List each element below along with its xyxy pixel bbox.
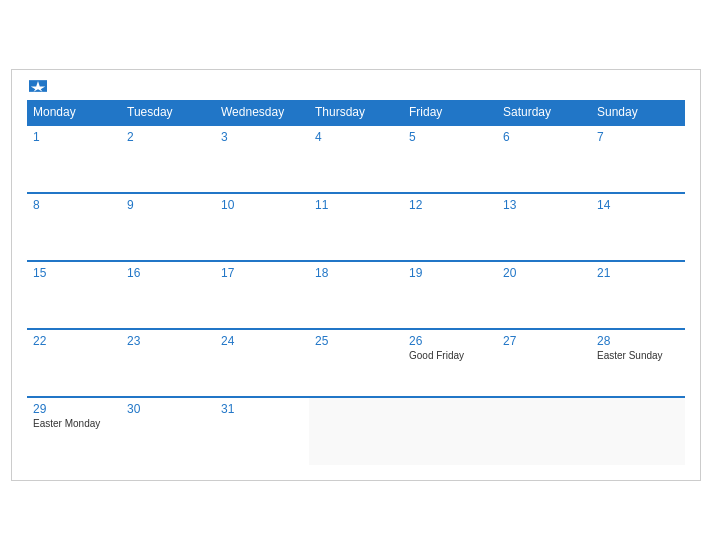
calendar-cell: 13 (497, 193, 591, 261)
calendar-cell: 14 (591, 193, 685, 261)
day-number: 12 (409, 198, 491, 212)
calendar-cell: 22 (27, 329, 121, 397)
calendar-body: 1234567891011121314151617181920212223242… (27, 125, 685, 465)
calendar-cell: 7 (591, 125, 685, 193)
calendar-cell: 3 (215, 125, 309, 193)
weekday-header-saturday: Saturday (497, 100, 591, 125)
day-number: 15 (33, 266, 115, 280)
day-number: 9 (127, 198, 209, 212)
day-number: 8 (33, 198, 115, 212)
calendar-cell: 5 (403, 125, 497, 193)
day-number: 2 (127, 130, 209, 144)
calendar-cell: 30 (121, 397, 215, 465)
day-number: 23 (127, 334, 209, 348)
calendar-cell: 28Easter Sunday (591, 329, 685, 397)
holiday-label: Easter Monday (33, 418, 115, 429)
calendar-cell: 16 (121, 261, 215, 329)
calendar-grid: MondayTuesdayWednesdayThursdayFridaySatu… (27, 100, 685, 465)
day-number: 6 (503, 130, 585, 144)
day-number: 28 (597, 334, 679, 348)
day-number: 11 (315, 198, 397, 212)
calendar-cell: 24 (215, 329, 309, 397)
day-number: 13 (503, 198, 585, 212)
calendar-cell: 12 (403, 193, 497, 261)
weekday-header-friday: Friday (403, 100, 497, 125)
calendar-cell: 6 (497, 125, 591, 193)
day-number: 24 (221, 334, 303, 348)
calendar-cell: 10 (215, 193, 309, 261)
calendar-cell: 19 (403, 261, 497, 329)
calendar-cell: 27 (497, 329, 591, 397)
day-number: 22 (33, 334, 115, 348)
weekday-header-sunday: Sunday (591, 100, 685, 125)
calendar-week-row: 15161718192021 (27, 261, 685, 329)
calendar-cell: 15 (27, 261, 121, 329)
calendar-cell: 25 (309, 329, 403, 397)
day-number: 31 (221, 402, 303, 416)
holiday-label: Easter Sunday (597, 350, 679, 361)
day-number: 19 (409, 266, 491, 280)
day-number: 20 (503, 266, 585, 280)
logo-flag-icon (29, 80, 47, 92)
calendar-cell: 11 (309, 193, 403, 261)
day-number: 14 (597, 198, 679, 212)
calendar-cell: 26Good Friday (403, 329, 497, 397)
day-number: 5 (409, 130, 491, 144)
calendar-cell (309, 397, 403, 465)
weekday-header-row: MondayTuesdayWednesdayThursdayFridaySatu… (27, 100, 685, 125)
day-number: 4 (315, 130, 397, 144)
day-number: 25 (315, 334, 397, 348)
weekday-header-thursday: Thursday (309, 100, 403, 125)
weekday-header-monday: Monday (27, 100, 121, 125)
holiday-label: Good Friday (409, 350, 491, 361)
calendar-cell: 20 (497, 261, 591, 329)
calendar-cell: 4 (309, 125, 403, 193)
day-number: 26 (409, 334, 491, 348)
day-number: 17 (221, 266, 303, 280)
day-number: 10 (221, 198, 303, 212)
calendar-week-row: 2223242526Good Friday2728Easter Sunday (27, 329, 685, 397)
calendar-week-row: 29Easter Monday3031 (27, 397, 685, 465)
calendar-cell: 2 (121, 125, 215, 193)
calendar-week-row: 1234567 (27, 125, 685, 193)
calendar-week-row: 891011121314 (27, 193, 685, 261)
day-number: 16 (127, 266, 209, 280)
calendar-cell: 8 (27, 193, 121, 261)
calendar-cell: 9 (121, 193, 215, 261)
calendar-cell: 21 (591, 261, 685, 329)
day-number: 29 (33, 402, 115, 416)
calendar-thead: MondayTuesdayWednesdayThursdayFridaySatu… (27, 100, 685, 125)
calendar-cell: 31 (215, 397, 309, 465)
day-number: 21 (597, 266, 679, 280)
calendar-cell (497, 397, 591, 465)
day-number: 18 (315, 266, 397, 280)
calendar-cell: 17 (215, 261, 309, 329)
day-number: 7 (597, 130, 679, 144)
calendar-header (27, 80, 685, 92)
day-number: 30 (127, 402, 209, 416)
day-number: 3 (221, 130, 303, 144)
calendar-cell (403, 397, 497, 465)
calendar-cell: 23 (121, 329, 215, 397)
weekday-header-wednesday: Wednesday (215, 100, 309, 125)
weekday-header-tuesday: Tuesday (121, 100, 215, 125)
day-number: 1 (33, 130, 115, 144)
day-number: 27 (503, 334, 585, 348)
logo (27, 80, 47, 92)
calendar-cell: 29Easter Monday (27, 397, 121, 465)
calendar-cell (591, 397, 685, 465)
calendar-container: MondayTuesdayWednesdayThursdayFridaySatu… (11, 69, 701, 481)
calendar-cell: 1 (27, 125, 121, 193)
calendar-cell: 18 (309, 261, 403, 329)
